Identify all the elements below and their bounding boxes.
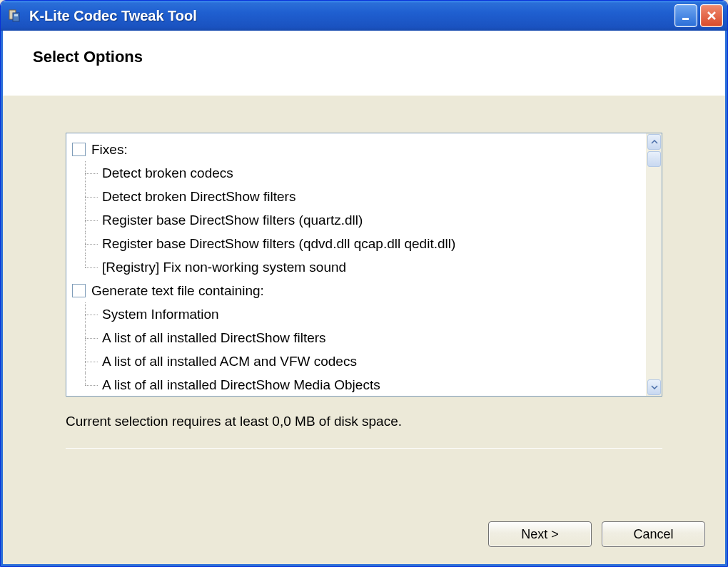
tree-group-header[interactable]: Fixes: xyxy=(72,138,640,161)
tree-item[interactable]: [Registry] Fix non-working system sound xyxy=(81,255,640,279)
window-title: K-Lite Codec Tweak Tool xyxy=(29,8,674,24)
tree-item-label: A list of all installed DirectShow filte… xyxy=(102,330,326,346)
cancel-button[interactable]: Cancel xyxy=(602,521,705,547)
app-icon xyxy=(6,7,24,24)
tree-item[interactable]: A list of all installed DirectShow Media… xyxy=(81,373,640,396)
tree-item-label: System Information xyxy=(102,307,219,322)
tree-connector xyxy=(81,302,102,326)
tree-item[interactable]: Register base DirectShow filters (quartz… xyxy=(81,208,640,232)
scroll-track[interactable] xyxy=(647,168,662,379)
tree-group-label: Fixes: xyxy=(91,142,128,158)
cancel-button-label: Cancel xyxy=(633,527,673,542)
main-panel: Fixes: Detect broken codecs D xyxy=(3,96,725,509)
tree-connector xyxy=(81,349,102,373)
tree-viewport: Fixes: Detect broken codecs D xyxy=(66,133,646,396)
tree-item-label: A list of all installed ACM and VFW code… xyxy=(102,354,357,369)
minimize-button[interactable] xyxy=(674,4,697,27)
titlebar[interactable]: K-Lite Codec Tweak Tool xyxy=(1,1,727,31)
tree-item[interactable]: System Information xyxy=(81,302,640,326)
tree-item-label: A list of all installed DirectShow Media… xyxy=(102,377,380,393)
tree-connector xyxy=(81,255,102,279)
svg-rect-1 xyxy=(13,13,19,21)
options-tree: Fixes: Detect broken codecs D xyxy=(66,133,662,397)
tree-connector xyxy=(81,161,102,185)
tree-connector xyxy=(81,232,102,255)
tree-connector xyxy=(81,373,102,396)
checkbox[interactable] xyxy=(72,143,86,156)
checkbox[interactable] xyxy=(72,284,86,297)
tree-item[interactable]: A list of all installed DirectShow filte… xyxy=(81,326,640,349)
tree-item-label: Register base DirectShow filters (quartz… xyxy=(102,213,363,228)
tree-group-header[interactable]: Generate text file containing: xyxy=(72,279,640,302)
scroll-down-button[interactable] xyxy=(647,379,661,395)
tree-item-label: [Registry] Fix non-working system sound xyxy=(102,260,346,275)
tree-connector xyxy=(81,326,102,349)
next-button[interactable]: Next > xyxy=(488,521,592,547)
tree-group-fixes: Fixes: Detect broken codecs D xyxy=(72,138,640,279)
next-button-label: Next > xyxy=(521,527,559,542)
app-window: K-Lite Codec Tweak Tool Select Options xyxy=(0,0,728,567)
svg-rect-3 xyxy=(682,18,689,20)
vertical-scrollbar[interactable] xyxy=(646,133,662,396)
tree-group-label: Generate text file containing: xyxy=(91,283,264,299)
disk-space-status: Current selection requires at least 0,0 … xyxy=(66,414,662,429)
footer-divider xyxy=(66,448,662,449)
scroll-up-button[interactable] xyxy=(647,134,661,150)
tree-connector xyxy=(81,208,102,232)
window-controls xyxy=(674,4,723,27)
page-title: Select Options xyxy=(33,48,704,66)
scroll-thumb[interactable] xyxy=(647,151,661,167)
tree-item[interactable]: Detect broken codecs xyxy=(81,161,640,185)
tree-item-label: Detect broken DirectShow filters xyxy=(102,189,295,205)
tree-item[interactable]: Register base DirectShow filters (qdvd.d… xyxy=(81,232,640,255)
svg-rect-2 xyxy=(14,14,18,16)
tree-connector xyxy=(81,185,102,208)
header-panel: Select Options xyxy=(3,31,725,95)
close-button[interactable] xyxy=(700,4,723,27)
tree-item-label: Register base DirectShow filters (qdvd.d… xyxy=(102,236,455,252)
tree-item[interactable]: A list of all installed ACM and VFW code… xyxy=(81,349,640,373)
client-area: Select Options Fixes: xyxy=(1,31,727,566)
tree-item[interactable]: Detect broken DirectShow filters xyxy=(81,185,640,208)
tree-group-generate: Generate text file containing: System In… xyxy=(72,279,640,396)
button-bar: Next > Cancel xyxy=(3,509,725,564)
tree-item-label: Detect broken codecs xyxy=(102,165,233,181)
